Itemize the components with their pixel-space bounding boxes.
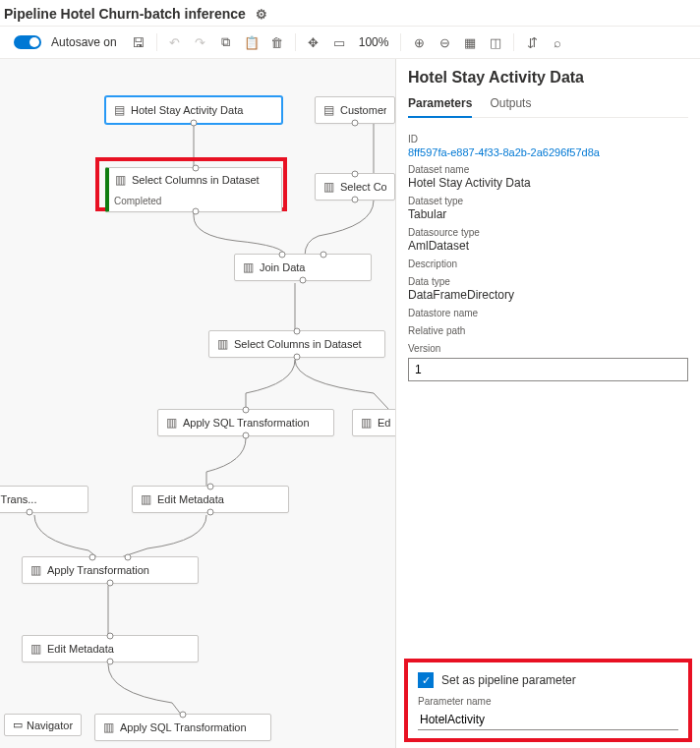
filter-icon[interactable]: ⇵ — [524, 34, 540, 50]
fit-icon[interactable]: ▭ — [331, 34, 347, 50]
parameter-name-input[interactable] — [418, 710, 678, 730]
value-datasource-type: AmlDataset — [408, 239, 688, 253]
gear-icon[interactable]: ⚙ — [256, 7, 267, 22]
port-in[interactable] — [279, 252, 286, 259]
module-icon: ▥ — [30, 563, 41, 577]
port-out[interactable] — [294, 354, 301, 361]
port-in[interactable] — [320, 252, 326, 259]
node-label: Apply SQL Transformation — [183, 417, 325, 429]
label-datastore-name: Datastore name — [408, 308, 688, 318]
node-select-columns-3[interactable]: ▥ Select Columns in Dataset — [208, 330, 385, 358]
node-edit-metadata-1[interactable]: ▥ Edit Metadata — [132, 486, 289, 513]
module-icon: ▥ — [115, 173, 126, 187]
zoom-in-icon[interactable]: ⊕ — [411, 34, 427, 50]
undo-icon: ↶ — [167, 34, 183, 50]
copy-icon[interactable]: ⧉ — [218, 34, 234, 50]
port-in[interactable] — [352, 171, 359, 178]
node-label: tor Values Trans... — [0, 493, 80, 505]
overview-icon[interactable]: ▦ — [462, 34, 478, 50]
port-out[interactable] — [107, 580, 114, 587]
port-in[interactable] — [243, 407, 250, 414]
node-select-columns-1[interactable]: ▥ Select Columns in Dataset Completed — [105, 167, 282, 212]
save-icon[interactable]: 🖫 — [131, 34, 146, 50]
node-label: Select Colum — [340, 181, 386, 193]
port-in[interactable] — [180, 712, 187, 719]
port-out[interactable] — [243, 432, 250, 439]
node-label: Edit Metadata — [157, 493, 280, 505]
dataset-icon: ▤ — [323, 103, 334, 117]
pan-icon[interactable]: ✥ — [306, 34, 321, 50]
separator — [400, 33, 401, 51]
value-dataset-name: Hotel Stay Activity Data — [408, 176, 688, 190]
autosave-toggle[interactable] — [14, 35, 41, 49]
port-out[interactable] — [26, 509, 32, 516]
node-label: Apply Transformation — [47, 564, 190, 576]
zoom-out-icon[interactable]: ⊖ — [437, 34, 452, 50]
port-out[interactable] — [207, 509, 214, 516]
version-input[interactable] — [408, 358, 688, 381]
tab-parameters[interactable]: Parameters — [408, 96, 472, 118]
navigator-toggle[interactable]: ▭ Navigator — [4, 714, 82, 736]
map-icon: ▭ — [13, 719, 23, 731]
node-indicator-values-trans[interactable]: tor Values Trans... — [0, 486, 88, 513]
label-data-type: Data type — [408, 276, 688, 287]
node-label: Edit Metadata — [47, 643, 190, 655]
label-id: ID — [408, 134, 688, 144]
node-apply-sql-1[interactable]: ▥ Apply SQL Transformation — [157, 409, 334, 436]
value-id[interactable]: 8ff597fa-e887-4f33-8a2b-2a6296f57d8a — [408, 146, 688, 158]
node-edit-metadata-2[interactable]: ▥ Edit Metadata — [22, 635, 199, 662]
tab-outputs[interactable]: Outputs — [490, 96, 531, 117]
set-pipeline-parameter-checkbox[interactable]: ✓ — [418, 672, 434, 688]
node-label: Apply SQL Transformation — [120, 721, 262, 733]
panel-tabs: Parameters Outputs — [408, 96, 688, 118]
module-icon: ▥ — [30, 642, 41, 656]
label-dataset-name: Dataset name — [408, 164, 688, 175]
module-icon: ▥ — [361, 416, 372, 430]
node-apply-sql-2[interactable]: ▥ Apply SQL Transformation — [94, 714, 271, 741]
node-customer-data[interactable]: ▤ Customer Dat — [315, 96, 395, 124]
separator — [156, 33, 157, 51]
port-in[interactable] — [89, 554, 96, 561]
dataset-icon: ▤ — [114, 103, 125, 117]
node-hotel-stay-activity[interactable]: ▤ Hotel Stay Activity Data — [105, 96, 282, 124]
redo-icon: ↷ — [193, 34, 208, 50]
port-out[interactable] — [107, 659, 114, 665]
node-label: Select Columns in Dataset — [132, 174, 273, 186]
port-in[interactable] — [294, 328, 301, 335]
autosave-label: Autosave on — [51, 35, 117, 49]
module-icon: ▥ — [217, 337, 228, 351]
label-datasource-type: Datasource type — [408, 227, 688, 238]
zoom-level[interactable]: 100% — [357, 35, 391, 49]
toolbar: Autosave on 🖫 ↶ ↷ ⧉ 📋 🗑 ✥ ▭ 100% ⊕ ⊖ ▦ ◫… — [0, 26, 700, 59]
port-out[interactable] — [192, 208, 199, 215]
delete-icon[interactable]: 🗑 — [269, 34, 285, 50]
port-out[interactable] — [300, 277, 307, 284]
node-join-data[interactable]: ▥ Join Data — [234, 254, 372, 281]
label-relative-path: Relative path — [408, 325, 688, 336]
search-icon[interactable]: ⌕ — [550, 34, 565, 50]
port-in[interactable] — [107, 633, 114, 640]
separator — [295, 33, 296, 51]
port-out[interactable] — [191, 120, 198, 127]
value-dataset-type: Tabular — [408, 207, 688, 221]
node-select-columns-2[interactable]: ▥ Select Colum — [315, 173, 395, 201]
module-icon: ▥ — [141, 492, 151, 506]
port-in[interactable] — [124, 554, 131, 561]
port-out[interactable] — [352, 197, 359, 203]
paste-icon[interactable]: 📋 — [244, 34, 260, 50]
port-in[interactable] — [192, 165, 199, 172]
node-label: Edit M — [378, 417, 390, 429]
node-edit-m[interactable]: ▥ Edit M — [352, 409, 399, 436]
node-label: Hotel Stay Activity Data — [131, 104, 273, 116]
module-icon: ▥ — [103, 720, 114, 734]
separator — [513, 33, 514, 51]
node-apply-transformation[interactable]: ▥ Apply Transformation — [22, 556, 199, 584]
minimap-icon[interactable]: ◫ — [488, 34, 503, 50]
page-title: Pipeline Hotel Churn-batch inference — [4, 6, 246, 22]
panel-title: Hotel Stay Activity Data — [408, 69, 688, 86]
highlight-pipeline-parameter: ✓ Set as pipeline parameter Parameter na… — [404, 659, 692, 742]
port-in[interactable] — [207, 484, 214, 490]
set-pipeline-parameter-label: Set as pipeline parameter — [441, 673, 576, 687]
port-out[interactable] — [352, 120, 359, 127]
label-dataset-type: Dataset type — [408, 196, 688, 206]
